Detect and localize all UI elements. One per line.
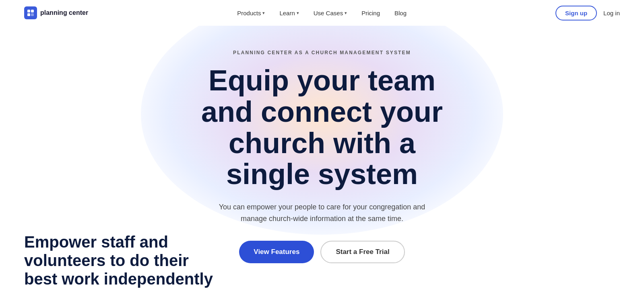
hero-content: PLANNING CENTER AS A CHURCH MANAGEMENT S…: [185, 50, 459, 263]
navbar: planning center Products ▾ Learn ▾ Use C…: [0, 0, 644, 26]
hero-buttons: View Features Start a Free Trial: [185, 241, 459, 263]
nav-learn[interactable]: Learn ▾: [274, 6, 304, 20]
nav-products[interactable]: Products ▾: [231, 6, 270, 20]
hero-subtitle: You can empower your people to care for …: [217, 201, 427, 225]
nav-products-label: Products: [237, 10, 261, 16]
nav-use-cases-label: Use Cases: [314, 10, 343, 16]
nav-learn-label: Learn: [279, 10, 295, 16]
view-features-button[interactable]: View Features: [239, 241, 314, 263]
svg-rect-2: [27, 13, 30, 16]
chevron-down-icon: ▾: [262, 10, 265, 16]
logo-icon: [24, 6, 37, 19]
nav-center: Products ▾ Learn ▾ Use Cases ▾ Pricing B…: [231, 6, 412, 20]
nav-blog-label: Blog: [394, 10, 407, 16]
chevron-down-icon: ▾: [345, 10, 347, 16]
logo[interactable]: planning center: [24, 6, 88, 19]
svg-rect-1: [31, 10, 34, 12]
nav-pricing[interactable]: Pricing: [356, 6, 386, 20]
nav-blog[interactable]: Blog: [389, 6, 412, 20]
svg-rect-0: [27, 10, 30, 12]
free-trial-button[interactable]: Start a Free Trial: [320, 241, 405, 263]
nav-use-cases[interactable]: Use Cases ▾: [308, 6, 353, 20]
login-button[interactable]: Log in: [603, 10, 620, 16]
hero-eyebrow: PLANNING CENTER AS A CHURCH MANAGEMENT S…: [185, 50, 459, 55]
signup-button[interactable]: Sign up: [555, 6, 597, 20]
chevron-down-icon: ▾: [297, 10, 299, 16]
hero-title: Equip your team and connect your church …: [185, 65, 459, 190]
nav-right: Sign up Log in: [555, 6, 620, 20]
svg-rect-3: [31, 13, 34, 16]
nav-pricing-label: Pricing: [361, 10, 380, 16]
logo-text: planning center: [40, 9, 88, 16]
